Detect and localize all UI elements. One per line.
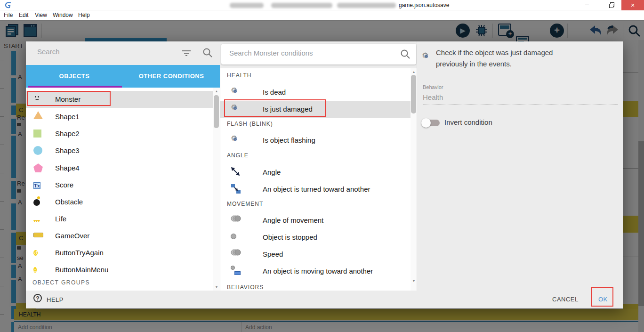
scrollbar-thumb[interactable] bbox=[411, 75, 416, 113]
invert-condition-label: Invert condition bbox=[444, 118, 492, 126]
behavior-field-value[interactable]: Health bbox=[423, 93, 443, 101]
condition-search-input[interactable] bbox=[229, 49, 385, 57]
gear-icon: ⚙ bbox=[231, 87, 243, 98]
cancel-button[interactable]: CANCEL bbox=[552, 296, 579, 303]
condition-list-scrollbar[interactable]: ▲ ▼ bbox=[411, 68, 417, 291]
menu-help[interactable]: Help bbox=[78, 12, 90, 18]
condition-angle[interactable]: Angle bbox=[220, 164, 417, 181]
condition-search-bar bbox=[221, 44, 416, 65]
scroll-down-icon[interactable]: ▼ bbox=[213, 285, 220, 289]
close-button[interactable]: ✕ bbox=[621, 0, 644, 10]
filter-icon[interactable] bbox=[181, 49, 192, 57]
condition-turned-toward[interactable]: An object is turned toward another bbox=[220, 181, 417, 198]
title-bar: game.json.autosave – ✕ bbox=[0, 0, 644, 10]
gdevelop-logo-icon bbox=[5, 1, 12, 9]
redacted-title-blob bbox=[337, 3, 396, 8]
object-label: Shape4 bbox=[55, 164, 80, 172]
highlight-box-monster bbox=[27, 91, 111, 106]
scroll-up-icon[interactable]: ▲ bbox=[213, 89, 220, 93]
condition-moving-toward[interactable]: An object is moving toward another bbox=[220, 263, 417, 280]
text-object-icon: Tx bbox=[33, 181, 46, 192]
redacted-title-blob bbox=[230, 3, 264, 8]
object-label: GameOver bbox=[55, 232, 89, 240]
object-label: Shape2 bbox=[55, 130, 80, 138]
condition-label: An object is moving toward another bbox=[263, 267, 373, 275]
object-list-scrollbar[interactable]: ▲ ▼ bbox=[213, 88, 220, 291]
menu-view[interactable]: View bbox=[35, 12, 47, 18]
menu-file[interactable]: File bbox=[4, 12, 13, 18]
restore-button[interactable] bbox=[609, 2, 615, 8]
condition-label: An object is turned toward another bbox=[263, 185, 370, 193]
minimize-button[interactable]: – bbox=[580, 0, 594, 9]
list-item-shape4[interactable]: Shape4 bbox=[26, 160, 220, 177]
bomb-icon bbox=[33, 196, 46, 208]
section-header-behaviors: BEHAVIORS bbox=[227, 284, 264, 291]
circle-icon bbox=[33, 146, 46, 157]
turned-toward-icon bbox=[231, 184, 243, 195]
object-label: Shape1 bbox=[55, 113, 80, 121]
object-label: ButtonMainMenu bbox=[55, 266, 108, 274]
behavior-field-label: Behavior bbox=[423, 84, 443, 90]
hearts-icon: ♥♥♥ bbox=[33, 216, 46, 227]
gear-icon: ⚙ bbox=[231, 135, 243, 146]
list-item-score[interactable]: Tx Score bbox=[26, 177, 220, 194]
list-item-life[interactable]: ♥♥♥ Life bbox=[26, 211, 220, 227]
menu-bar: File Edit View Window Help bbox=[0, 10, 644, 20]
condition-label: Is dead bbox=[263, 88, 286, 96]
list-item-buttontryagain[interactable]: ↺ ButtonTryAgain bbox=[26, 244, 220, 261]
object-label: Score bbox=[55, 181, 73, 189]
help-button[interactable]: HELP bbox=[47, 296, 64, 303]
triangle-icon bbox=[33, 111, 46, 122]
object-label: Life bbox=[55, 215, 66, 223]
condition-is-object-flashing[interactable]: ⚙ Is object flashing bbox=[220, 132, 417, 149]
object-label: Obstacle bbox=[55, 198, 83, 206]
banner-icon bbox=[33, 230, 46, 242]
window-title: game.json.autosave bbox=[399, 2, 449, 8]
instruction-editor-dialog: OBJECTS OTHER CONDITIONS Monster Shape1 … bbox=[26, 41, 623, 308]
help-icon[interactable]: ? bbox=[33, 294, 42, 302]
circles-icon bbox=[231, 249, 243, 260]
search-icon[interactable] bbox=[202, 48, 213, 58]
condition-object-is-stopped[interactable]: Object is stopped bbox=[220, 229, 417, 246]
scrollbar-thumb[interactable] bbox=[214, 95, 219, 128]
condition-detail-panel: ⚙ Check if the object was just damaged p… bbox=[417, 41, 623, 291]
list-item-shape3[interactable]: Shape3 bbox=[26, 142, 220, 159]
square-icon bbox=[33, 130, 46, 141]
menu-window[interactable]: Window bbox=[53, 12, 73, 18]
tab-objects[interactable]: OBJECTS bbox=[26, 65, 123, 88]
toggle-knob[interactable] bbox=[421, 118, 431, 128]
list-item-obstacle[interactable]: Obstacle bbox=[26, 194, 220, 211]
condition-speed[interactable]: Speed bbox=[220, 246, 417, 263]
behavior-field-underline bbox=[423, 105, 618, 105]
condition-label: Speed bbox=[263, 250, 283, 258]
list-item-buttonmainmenu[interactable]: ⌂ ButtonMainMenu bbox=[26, 261, 220, 278]
object-label: ButtonTryAgain bbox=[55, 249, 104, 257]
search-icon[interactable] bbox=[400, 49, 411, 59]
scroll-up-icon[interactable]: ▲ bbox=[411, 70, 417, 73]
angle-arrow-icon bbox=[231, 167, 243, 178]
list-item-shape1[interactable]: Shape1 bbox=[26, 108, 220, 125]
menu-edit[interactable]: Edit bbox=[19, 12, 29, 18]
circle-icon bbox=[231, 232, 243, 243]
object-label: Shape3 bbox=[55, 146, 80, 154]
highlight-box-ok bbox=[591, 287, 613, 307]
condition-label: Is object flashing bbox=[263, 136, 315, 144]
invert-condition-toggle[interactable] bbox=[423, 120, 440, 126]
section-header-flash: FLASH (BLINK) bbox=[227, 121, 273, 127]
pentagon-icon bbox=[33, 163, 46, 175]
moving-toward-icon bbox=[231, 266, 243, 277]
section-header-health: HEALTH bbox=[227, 72, 251, 79]
circles-icon bbox=[231, 215, 243, 226]
condition-description: Check if the object was just damaged pre… bbox=[436, 47, 577, 70]
scroll-down-icon[interactable]: ▼ bbox=[411, 279, 417, 283]
list-item-shape2[interactable]: Shape2 bbox=[26, 125, 220, 142]
redacted-title-blob bbox=[271, 3, 332, 8]
object-groups-header: OBJECT GROUPS bbox=[32, 279, 90, 286]
condition-is-dead[interactable]: ⚙ Is dead bbox=[220, 84, 417, 101]
condition-angle-of-movement[interactable]: Angle of movement bbox=[220, 212, 417, 229]
condition-label: Angle bbox=[263, 168, 281, 176]
list-item-gameover[interactable]: GameOver bbox=[26, 227, 220, 244]
retry-button-icon: ↺ bbox=[33, 248, 46, 259]
tab-other-conditions[interactable]: OTHER CONDITIONS bbox=[123, 65, 220, 88]
object-search-input[interactable] bbox=[37, 48, 174, 56]
